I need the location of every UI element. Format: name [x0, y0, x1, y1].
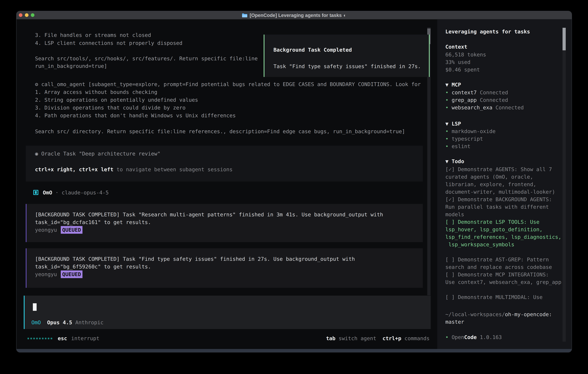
chevron-down-icon: ▼ — [445, 121, 449, 127]
bullet-icon: • — [445, 143, 449, 149]
card-text: [BACKGROUND TASK COMPLETED] Task "Find t… — [35, 255, 414, 270]
status-badge: QUEUED — [61, 270, 83, 278]
terminal-line: Search src/ directory. Return specific f… — [35, 128, 405, 135]
bullet-icon: • — [445, 128, 449, 134]
lsp-item: • typescript — [445, 135, 566, 143]
terminal-line: run_in_background=true] — [35, 62, 107, 70]
context-tokens: 66,518 tokens — [445, 51, 566, 58]
gear-icon: ⚙ — [35, 81, 38, 87]
terminal-line: 4. Path operations that don't handle Win… — [35, 112, 236, 119]
card-footer: yeongyuQUEUED — [35, 226, 414, 234]
card-text: [BACKGROUND TASK COMPLETED] Task "Resear… — [35, 211, 414, 226]
half-moon-icon: ◐ — [344, 13, 346, 18]
window-title: [OpenCode] Leveraging agents for tasks — [250, 13, 342, 18]
mcp-item: • websearch_exa Connected — [445, 104, 566, 111]
lsp-item: • markdown-oxide — [445, 128, 566, 135]
tool-call-line: ⚙ call_omo_agent [subagent_type=explore,… — [35, 81, 421, 88]
session-title: Leveraging agents for tasks — [445, 28, 566, 35]
todo-pending-items: [ ] Demonstrate AST-GREP: Pattern search… — [445, 256, 566, 301]
agent-row[interactable]: OmO · claude-opus-4-5 — [43, 189, 109, 197]
toast-body: Task "Find type safety issues" finished … — [273, 63, 421, 70]
terminal-line: 1. Array access without bounds checking — [35, 88, 157, 96]
bullet-icon: • — [445, 90, 449, 95]
folder-icon — [242, 13, 248, 18]
toast-title: Background Task Completed — [273, 46, 352, 54]
input-model-row: OmO Opus 4.5 Anthropic — [32, 319, 104, 326]
mcp-item: • grep_app Connected — [445, 96, 566, 104]
bullet-icon: • — [445, 136, 449, 142]
card-footer: yeongyuQUEUED — [35, 270, 414, 278]
mcp-item: • context7 Connected — [445, 89, 566, 96]
terminal-line: 2. String operations on potentially unde… — [35, 96, 198, 104]
context-header: Context — [445, 43, 566, 51]
toast-notification: Background Task Completed Task "Find typ… — [264, 35, 430, 77]
mcp-section-header[interactable]: ▼ MCP — [445, 81, 566, 89]
oracle-task-block: ◉ Oracle Task "Deep architecture review"… — [26, 146, 423, 181]
terminal-line: 4. LSP client connections not properly d… — [35, 39, 182, 47]
shortcut-esc: escinterrupt — [58, 335, 99, 342]
todo-done-items: [✓] Demonstrate AGENTS: Show all 7 curat… — [445, 166, 566, 218]
terminal-line: 3. File handles or streams not closed — [35, 31, 151, 39]
working-indicator — [28, 338, 52, 339]
context-spent: $0.46 spent — [445, 66, 566, 73]
todo-active-item: [ ] Demonstrate LSP TOOLS: Use lsp_hover… — [445, 218, 566, 248]
context-used: 33% used — [445, 58, 566, 66]
bullet-icon: • — [445, 334, 449, 340]
todo-section-header[interactable]: ▼ Todo — [445, 158, 566, 165]
record-icon: ◉ — [35, 151, 38, 157]
workspace-path: ~/local-workspaces/oh-my-opencode: maste… — [445, 311, 566, 326]
background-task-card: [BACKGROUND TASK COMPLETED] Task "Find t… — [26, 248, 423, 288]
agent-icon — [33, 190, 38, 195]
window-bottom-frame — [17, 349, 572, 353]
terminal-line: 3. Division operations that could divide… — [35, 104, 186, 112]
background-task-card: [BACKGROUND TASK COMPLETED] Task "Resear… — [26, 204, 423, 242]
titlebar[interactable]: [OpenCode] Leveraging agents for tasks ◐ — [17, 11, 572, 20]
oracle-task-hint: ctrl+x right, ctrl+x left to navigate be… — [35, 166, 232, 173]
bullet-icon: • — [445, 97, 449, 103]
chevron-down-icon: ▼ — [445, 158, 449, 164]
version-row: • OpenCode 1.0.163 — [445, 333, 566, 341]
terminal-line: Search src/tools/, src/hooks/, src/featu… — [35, 55, 258, 62]
bullet-icon: • — [445, 104, 449, 111]
lsp-item: • eslint — [445, 143, 566, 150]
lsp-section-header[interactable]: ▼ LSP — [445, 120, 566, 128]
app-window: 3. File handles or streams not closed 4.… — [16, 11, 572, 353]
shortcut-right-group: tabswitch agentctrl+pcommands — [326, 335, 430, 342]
text-cursor — [33, 303, 37, 311]
status-badge: QUEUED — [61, 226, 83, 234]
chevron-down-icon: ▼ — [445, 82, 449, 88]
oracle-task-title: ◉ Oracle Task "Deep architecture review" — [35, 150, 160, 157]
